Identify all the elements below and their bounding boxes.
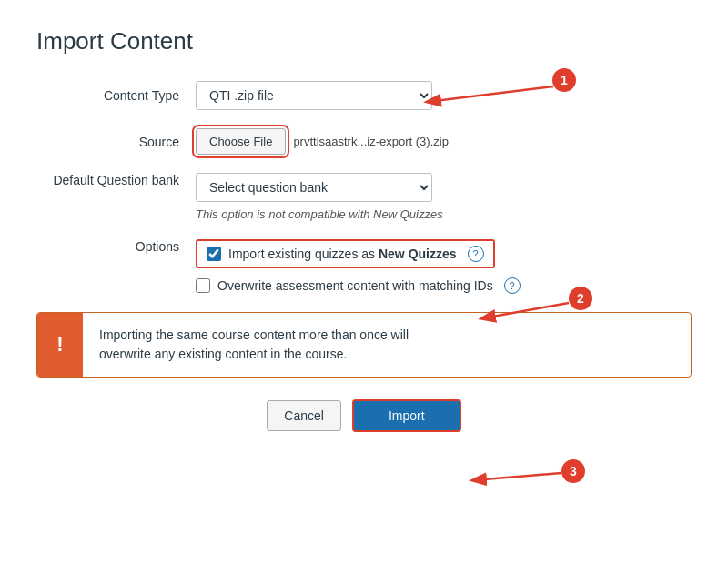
overwrite-help-icon[interactable]: ?	[504, 277, 521, 294]
choose-file-button[interactable]: Choose File	[196, 128, 286, 155]
overwrite-label[interactable]: Overwrite assessment content with matchi…	[217, 278, 493, 293]
new-quizzes-checkbox-row: Import existing quizzes as New Quizzes ?	[207, 246, 484, 262]
question-bank-select[interactable]: Select question bank	[196, 173, 432, 202]
button-row: Cancel Import	[36, 399, 692, 432]
import-button[interactable]: Import	[352, 399, 461, 432]
content-type-field: QTI .zip file Canvas Course Export Commo…	[196, 81, 692, 110]
overwrite-checkbox-row: Overwrite assessment content with matchi…	[196, 277, 692, 294]
file-name-text: prvttisaastrk...iz-export (3).zip	[293, 135, 449, 148]
new-quizzes-text: Import existing quizzes as	[228, 247, 379, 261]
question-bank-row: Default Question bank Select question ba…	[36, 173, 692, 221]
question-bank-area: Select question bank This option is not …	[196, 173, 692, 221]
options-label: Options	[36, 239, 196, 254]
svg-line-8	[473, 473, 561, 480]
source-field: Choose File prvttisaastrk...iz-export (3…	[196, 128, 692, 155]
cancel-button[interactable]: Cancel	[267, 400, 341, 431]
source-row: Source Choose File prvttisaastrk...iz-ex…	[36, 128, 692, 155]
svg-text:3: 3	[570, 464, 577, 478]
new-quizzes-checkbox[interactable]	[207, 247, 221, 261]
source-label: Source	[36, 135, 196, 149]
new-quizzes-label[interactable]: Import existing quizzes as New Quizzes	[228, 247, 457, 261]
incompatible-note: This option is not compatible with New Q…	[196, 207, 692, 221]
options-row: Options Import existing quizzes as New Q…	[36, 239, 692, 294]
source-area: Choose File prvttisaastrk...iz-export (3…	[196, 128, 692, 155]
new-quizzes-bold: New Quizzes	[379, 247, 457, 261]
warning-line1: Importing the same course content more t…	[99, 327, 409, 342]
question-bank-field: Select question bank This option is not …	[196, 173, 692, 221]
warning-line2: overwrite any existing content in the co…	[99, 347, 347, 361]
warning-box: ! Importing the same course content more…	[36, 312, 692, 378]
overwrite-checkbox[interactable]	[196, 278, 210, 293]
question-bank-label: Default Question bank	[36, 173, 196, 187]
warning-text: Importing the same course content more t…	[83, 313, 425, 377]
svg-point-6	[561, 459, 585, 483]
options-field: Import existing quizzes as New Quizzes ?…	[196, 239, 692, 294]
warning-icon-area: !	[37, 313, 83, 377]
page-title: Import Content	[36, 27, 692, 55]
content-type-label: Content Type	[36, 88, 196, 103]
warning-exclamation-icon: !	[56, 333, 63, 357]
new-quizzes-option: Import existing quizzes as New Quizzes ?	[196, 239, 495, 268]
content-type-row: Content Type QTI .zip file Canvas Course…	[36, 81, 692, 110]
new-quizzes-help-icon[interactable]: ?	[468, 246, 484, 262]
content-type-select[interactable]: QTI .zip file Canvas Course Export Commo…	[196, 81, 432, 110]
options-area: Import existing quizzes as New Quizzes ?…	[196, 239, 692, 294]
